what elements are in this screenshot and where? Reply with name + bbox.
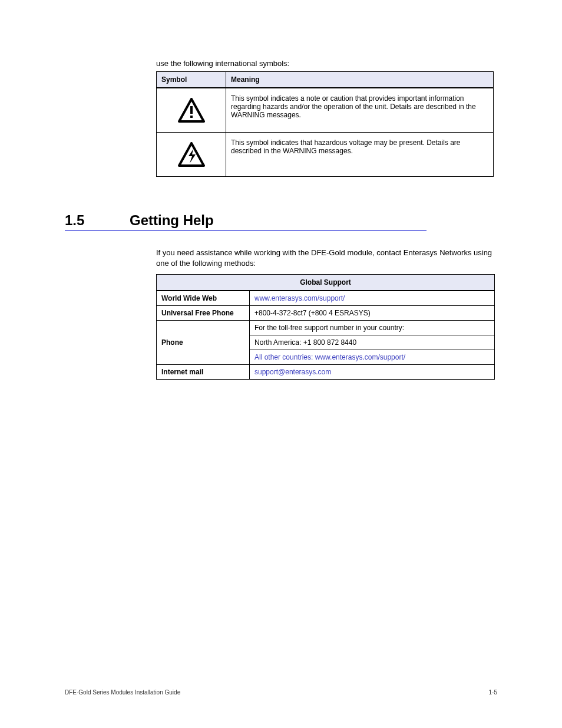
contact-label: Universal Free Phone [157,306,250,321]
section-title: Getting Help [130,212,214,228]
col-header-symbol: Symbol [157,72,226,88]
symbol-cell [157,133,226,177]
table-row: Phone For the toll-free support number i… [157,321,495,335]
section-heading: 1.5Getting Help [65,212,497,231]
footer-right: 1-5 [489,689,497,696]
contact-value: For the toll-free support number in your… [250,321,495,335]
symbol-table: Symbol Meaning This symbol indicates a n… [156,71,494,177]
intro-text: use the following international symbols: [156,59,497,68]
web-link[interactable]: All other countries: www.enterasys.com/s… [254,353,405,361]
table-row: This symbol indicates that hazardous vol… [157,133,494,177]
contact-value: North America: +1 800 872 8440 [250,335,495,350]
contact-label: World Wide Web [157,291,250,306]
table-header-row: Symbol Meaning [157,72,494,88]
contact-table-title-row: Global Support [157,275,495,291]
contact-value: All other countries: www.enterasys.com/s… [250,350,495,365]
contact-value: www.enterasys.com/support/ [250,291,495,306]
page-footer: DFE-Gold Series Modules Installation Gui… [65,689,497,696]
table-row: Universal Free Phone +800-4-372-8ct7 (+8… [157,306,495,321]
contact-value: +800-4-372-8ct7 (+800 4 ESRASYS) [250,306,495,321]
table-row: This symbol indicates a note or caution … [157,88,494,133]
table-row: Internet mail support@enterasys.com [157,365,495,380]
caution-triangle-icon [178,98,205,123]
symbol-cell [157,88,226,133]
page: use the following international symbols:… [0,0,562,728]
email-link[interactable]: support@enterasys.com [254,368,331,376]
table-row: World Wide Web www.enterasys.com/support… [157,291,495,306]
svg-rect-1 [190,116,193,118]
section-body: If you need assistance while working wit… [156,248,497,268]
footer-left: DFE-Gold Series Modules Installation Gui… [65,689,180,696]
section-rule [65,230,427,231]
contact-table: Global Support World Wide Web www.entera… [156,274,495,380]
web-link[interactable]: www.enterasys.com/support/ [254,294,345,302]
meaning-cell: This symbol indicates a note or caution … [226,88,494,133]
section-number: 1.5 [65,212,130,229]
meaning-cell: This symbol indicates that hazardous vol… [226,133,494,177]
contact-table-title: Global Support [157,275,495,291]
svg-rect-0 [190,106,193,114]
contact-label: Phone [157,321,250,365]
contact-label: Internet mail [157,365,250,380]
contact-value: support@enterasys.com [250,365,495,380]
col-header-meaning: Meaning [226,72,494,88]
electric-hazard-icon [178,142,205,167]
